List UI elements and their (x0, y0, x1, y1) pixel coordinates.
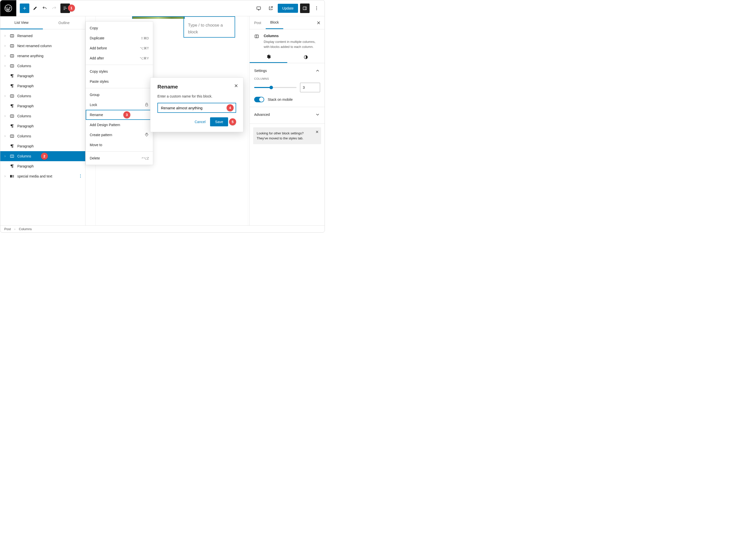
tree-item-7[interactable]: Paragraph (0, 101, 85, 111)
menu-item-add-after[interactable]: Add after⌥⌘Y (86, 53, 153, 63)
settings-sidebar-toggle[interactable] (300, 4, 310, 13)
columns-slider[interactable] (254, 87, 297, 88)
tree-item-3[interactable]: Columns (0, 61, 85, 71)
svg-point-15 (80, 174, 81, 175)
crumb-columns[interactable]: Columns (19, 227, 32, 231)
save-button[interactable]: Save (210, 117, 228, 126)
tree-item-label: Paragraph (17, 124, 34, 128)
menu-item-paste-styles[interactable]: Paste styles (86, 76, 153, 87)
tree-item-4[interactable]: Paragraph (0, 71, 85, 81)
undo-button[interactable] (40, 4, 49, 13)
tree-item-13[interactable]: Paragraph (0, 161, 85, 171)
step-badge-2: 2 (41, 153, 48, 160)
svg-point-4 (316, 8, 317, 9)
tree-item-label: Paragraph (17, 144, 34, 148)
menu-item-move-to[interactable]: Move to (86, 140, 153, 150)
block-placeholder[interactable]: Type / to choose a block (184, 16, 235, 38)
menu-item-duplicate[interactable]: Duplicate⇧⌘D (86, 33, 153, 43)
close-modal-button[interactable] (234, 83, 239, 89)
caret-icon[interactable] (3, 155, 7, 158)
styles-moved-note: Looking for other block settings? They'v… (253, 127, 321, 144)
caret-icon[interactable] (3, 95, 7, 98)
menu-item-label: Create pattern (90, 133, 112, 137)
tab-post[interactable]: Post (250, 16, 266, 29)
block-inspector: Post Block Columns Display content in mu… (250, 16, 325, 225)
menu-item-lock[interactable]: Lock (86, 100, 153, 110)
caret-icon[interactable] (3, 115, 7, 117)
lock-icon (144, 102, 149, 108)
tree-item-label: Next renamed column (17, 44, 52, 48)
rename-input[interactable] (157, 103, 236, 113)
menu-item-copy[interactable]: Copy (86, 23, 153, 33)
tree-item-8[interactable]: Columns (0, 111, 85, 121)
tab-block[interactable]: Block (266, 16, 283, 29)
tree-item-0[interactable]: Renamed (0, 31, 85, 41)
save-button-label: Save (215, 120, 223, 124)
close-inspector-button[interactable] (313, 16, 325, 29)
tree-item-12[interactable]: Columns2 (0, 151, 85, 161)
tree-item-1[interactable]: Next renamed column (0, 41, 85, 51)
tree-item-label: rename anything (17, 54, 43, 58)
tree-item-14[interactable]: special media and text (0, 171, 85, 181)
advanced-heading: Advanced (254, 113, 270, 116)
tree-item-label: Paragraph (17, 84, 34, 88)
cancel-button[interactable]: Cancel (191, 117, 209, 126)
dismiss-note-button[interactable] (315, 130, 319, 135)
menu-item-add-before[interactable]: Add before⌥⌘T (86, 43, 153, 53)
tab-outline[interactable]: Outline (43, 16, 86, 29)
tree-item-options-button[interactable] (78, 174, 83, 179)
caret-icon[interactable] (3, 135, 7, 138)
add-block-button[interactable] (20, 4, 29, 13)
crumb-post[interactable]: Post (4, 227, 11, 231)
tree-item-6[interactable]: Columns (0, 91, 85, 101)
menu-item-group[interactable]: Group (86, 90, 153, 100)
svg-point-17 (80, 177, 81, 178)
subtab-settings[interactable] (250, 51, 287, 63)
menu-item-delete[interactable]: Delete^⌥Z (86, 153, 153, 163)
caret-icon[interactable] (3, 175, 7, 178)
update-button[interactable]: Update (278, 4, 298, 13)
more-options-button[interactable] (311, 4, 323, 13)
list-view-panel: List View Outline RenamedNext renamed co… (0, 16, 86, 225)
tree-item-label: special media and text (17, 174, 52, 178)
block-description: Display content in multiple columns, wit… (264, 39, 320, 49)
step-badge-3: 3 (123, 111, 130, 118)
tree-item-label: Columns (17, 64, 31, 68)
diamond-icon (144, 132, 149, 138)
subtab-styles[interactable] (287, 51, 325, 63)
menu-item-rename[interactable]: Rename3 (86, 110, 153, 120)
breadcrumb-separator: › (14, 227, 15, 231)
preview-desktop-button[interactable] (253, 4, 265, 13)
columns-number-input[interactable]: 3 (300, 83, 320, 92)
columns-icon (9, 94, 15, 99)
caret-icon[interactable] (3, 64, 7, 67)
document-overview-button[interactable]: 1 (60, 4, 70, 13)
caret-icon[interactable] (3, 44, 7, 47)
menu-item-label: Lock (90, 103, 97, 107)
tab-list-view[interactable]: List View (0, 16, 43, 29)
wordpress-logo[interactable] (0, 0, 16, 16)
tree-item-5[interactable]: Paragraph (0, 81, 85, 91)
tree-item-2[interactable]: rename anything (0, 51, 85, 61)
rename-modal-title: Rename (157, 84, 236, 90)
columns-icon (9, 33, 15, 38)
tree-item-label: Columns (17, 114, 31, 118)
tree-item-9[interactable]: Paragraph (0, 121, 85, 131)
advanced-section-toggle[interactable]: Advanced (254, 110, 320, 119)
redo-button[interactable] (49, 4, 59, 13)
tree-item-10[interactable]: Columns (0, 131, 85, 141)
caret-icon[interactable] (3, 34, 7, 38)
chevron-up-icon (315, 68, 320, 73)
menu-item-create-pattern[interactable]: Create pattern (86, 130, 153, 140)
menu-item-copy-styles[interactable]: Copy styles (86, 66, 153, 76)
menu-item-label: Add before (90, 46, 107, 50)
stack-on-mobile-toggle[interactable] (254, 97, 264, 102)
view-post-button[interactable] (265, 4, 277, 13)
caret-icon[interactable] (3, 54, 7, 57)
columns-number-value: 3 (303, 86, 305, 90)
menu-item-add-design-pattern[interactable]: Add Design Pattern (86, 120, 153, 130)
gear-icon (266, 54, 271, 59)
tree-item-11[interactable]: Paragraph (0, 141, 85, 151)
settings-section-toggle[interactable]: Settings (254, 66, 320, 75)
edit-tool-button[interactable] (30, 4, 40, 13)
